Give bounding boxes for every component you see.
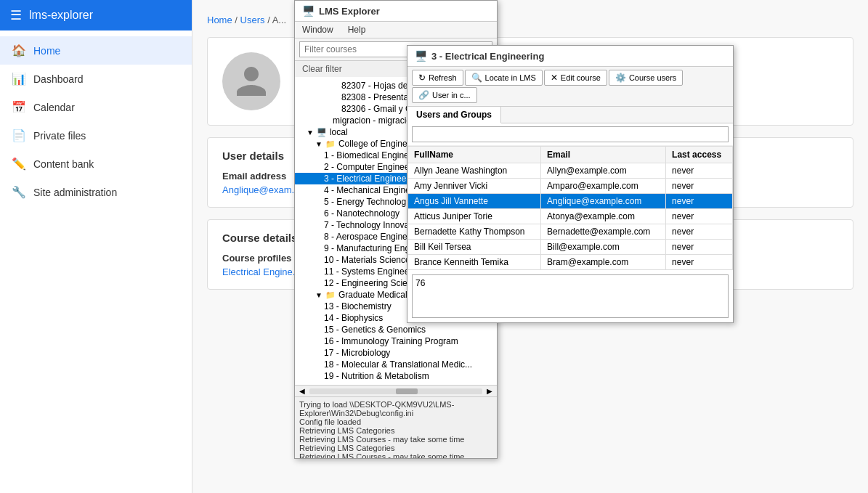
- cell-access: never: [666, 240, 733, 255]
- local-icon: 🖥️: [317, 128, 327, 137]
- users-icon: ⚙️: [615, 73, 626, 83]
- lms-title-bar: 🖥️ LMS Explorer: [295, 1, 497, 22]
- ee-toolbar: ↻ Refresh 🔍 Locate in LMS ✕ Edit course …: [407, 67, 733, 107]
- tab-users-groups[interactable]: Users and Groups: [407, 107, 501, 123]
- grad-icon: 📁: [325, 290, 336, 300]
- ee-users-table: FullName Email Last access Allyn Jeane W…: [407, 146, 733, 270]
- breadcrumb-home[interactable]: Home: [207, 15, 232, 25]
- avatar-icon: [233, 63, 269, 99]
- table-row[interactable]: Brance Kenneith Temika Bram@example.com …: [408, 255, 733, 270]
- cell-email: Anglique@example.com: [541, 194, 666, 209]
- cell-access: never: [666, 194, 733, 209]
- ee-tabs: Users and Groups: [407, 107, 733, 123]
- sidebar-item-private-files-label: Private files: [33, 130, 86, 142]
- tree-item-nutrition[interactable]: 19 - Nutrition & Metabolism: [295, 370, 497, 382]
- local-toggle: ▼: [307, 129, 314, 137]
- sidebar-nav: 🏠 Home 📊 Dashboard 📅 Calendar 📄 Private …: [0, 30, 192, 212]
- ee-edit-course-button[interactable]: ✕ Edit course: [544, 70, 607, 86]
- lms-horizontal-scrollbar[interactable]: ◀ ▶: [295, 385, 497, 396]
- ee-course-users-button[interactable]: ⚙️ Course users: [609, 70, 683, 86]
- dashboard-icon: 📊: [12, 72, 26, 86]
- cell-fullname: Brance Kenneith Temika: [408, 255, 541, 270]
- lms-menu-window[interactable]: Window: [295, 22, 341, 38]
- refresh-label: Refresh: [429, 73, 457, 82]
- cell-fullname: Bill Keil Tersea: [408, 240, 541, 255]
- table-row[interactable]: Atticus Juniper Torie Atonya@example.com…: [408, 209, 733, 224]
- ee-user-in-c-button[interactable]: 🔗 User in c...: [412, 87, 477, 103]
- cell-fullname: Angus Jill Vannette: [408, 194, 541, 209]
- cell-fullname: Allyn Jeane Washington: [408, 163, 541, 179]
- scroll-track[interactable]: [309, 388, 482, 394]
- breadcrumb-current: A...: [272, 15, 287, 25]
- lms-clear-filter-button[interactable]: Clear filter: [299, 62, 345, 76]
- sidebar-item-private-files[interactable]: 📄 Private files: [0, 121, 192, 150]
- lms-menubar: Window Help: [295, 22, 497, 38]
- app-title: lms-explorer: [29, 9, 93, 22]
- breadcrumb-users[interactable]: Users: [240, 15, 265, 25]
- sidebar-item-site-admin[interactable]: 🔧 Site administration: [0, 178, 192, 206]
- table-row[interactable]: Bill Keil Tersea Bill@example.com never: [408, 240, 733, 255]
- ee-search-input[interactable]: [412, 126, 729, 142]
- lms-status-bar: Trying to load \\DESKTOP-QKM9VU2\LMS-Exp…: [295, 396, 497, 458]
- refresh-icon: ↻: [418, 73, 426, 83]
- lms-title: LMS Explorer: [319, 6, 380, 17]
- sidebar-item-calendar-label: Calendar: [33, 102, 75, 113]
- ee-window: 🖥️ 3 - Electrical Engineering ↻ Refresh …: [407, 45, 734, 323]
- scroll-thumb: [396, 388, 418, 394]
- ee-refresh-button[interactable]: ↻ Refresh: [412, 70, 463, 86]
- cell-fullname: Amy Jenniver Vicki: [408, 179, 541, 194]
- cell-email: Bram@example.com: [541, 255, 666, 270]
- hamburger-menu[interactable]: ☰: [10, 7, 22, 23]
- status-line-5: Retrieving LMS Categories: [299, 444, 492, 452]
- calendar-icon: 📅: [12, 100, 26, 114]
- sidebar-item-content-bank[interactable]: ✏️ Content bank: [0, 150, 192, 178]
- table-row[interactable]: Bernadette Kathy Thompson Bernadette@exa…: [408, 224, 733, 240]
- ee-content: FullName Email Last access Allyn Jeane W…: [407, 123, 733, 322]
- locate-label: Locate in LMS: [485, 73, 536, 82]
- course-users-label: Course users: [629, 73, 676, 82]
- edit-icon: ✕: [551, 73, 558, 83]
- cell-email: Atonya@example.com: [541, 209, 666, 224]
- home-icon: 🏠: [12, 44, 26, 57]
- table-row-selected[interactable]: Angus Jill Vannette Anglique@example.com…: [408, 194, 733, 209]
- scroll-right-arrow[interactable]: ▶: [484, 387, 495, 395]
- user-in-c-label: User in c...: [432, 91, 471, 99]
- col-fullname: FullName: [408, 147, 541, 163]
- scroll-left-arrow[interactable]: ◀: [296, 387, 308, 395]
- status-line-3: Retrieving LMS Categories: [299, 426, 492, 435]
- status-line-4: Retrieving LMS Courses - may take some t…: [299, 435, 492, 444]
- ee-locate-button[interactable]: 🔍 Locate in LMS: [465, 70, 543, 86]
- tree-item-immunology[interactable]: 16 - Immunology Training Program: [295, 335, 497, 347]
- sidebar-item-home[interactable]: 🏠 Home: [0, 36, 192, 65]
- status-line-1: Trying to load \\DESKTOP-QKM9VU2\LMS-Exp…: [299, 400, 492, 417]
- sidebar-item-home-label: Home: [33, 45, 60, 57]
- tree-item-microbiology[interactable]: 17 - Microbiology: [295, 347, 497, 359]
- lms-title-icon: 🖥️: [302, 5, 315, 17]
- table-row[interactable]: Amy Jenniver Vicki Amparo@example.com ne…: [408, 179, 733, 194]
- col-last-access: Last access: [666, 147, 733, 163]
- sidebar-item-content-bank-label: Content bank: [33, 158, 94, 170]
- sidebar-item-dashboard[interactable]: 📊 Dashboard: [0, 65, 192, 93]
- main-content: Home / Users / A... User details Email a…: [192, 0, 868, 493]
- cell-email: Bill@example.com: [541, 240, 666, 255]
- cell-email: Amparo@example.com: [541, 179, 666, 194]
- cell-access: never: [666, 224, 733, 240]
- tree-item-genetics[interactable]: 15 - Genetics & Genomics: [295, 324, 497, 335]
- status-line-6: Retrieving LMS Courses - may take some t…: [299, 452, 492, 458]
- cell-access: never: [666, 163, 733, 179]
- locate-icon: 🔍: [471, 73, 482, 83]
- cell-fullname: Atticus Juniper Torie: [408, 209, 541, 224]
- ee-title-icon: 🖥️: [415, 50, 427, 62]
- sidebar-item-calendar[interactable]: 📅 Calendar: [0, 93, 192, 121]
- sidebar-item-site-admin-label: Site administration: [33, 187, 117, 198]
- lms-menu-help[interactable]: Help: [341, 22, 373, 38]
- ee-number-value: 76: [415, 278, 425, 288]
- ee-title: 3 - Electrical Engineering: [431, 51, 544, 62]
- table-row[interactable]: Allyn Jeane Washington Allyn@example.com…: [408, 163, 733, 179]
- cell-access: never: [666, 255, 733, 270]
- tree-item-molecular[interactable]: 18 - Molecular & Translational Medic...: [295, 359, 497, 370]
- ee-number-box: 76: [412, 274, 729, 318]
- col-email: Email: [541, 147, 666, 163]
- cell-fullname: Bernadette Kathy Thompson: [408, 224, 541, 240]
- sidebar-item-dashboard-label: Dashboard: [33, 73, 84, 85]
